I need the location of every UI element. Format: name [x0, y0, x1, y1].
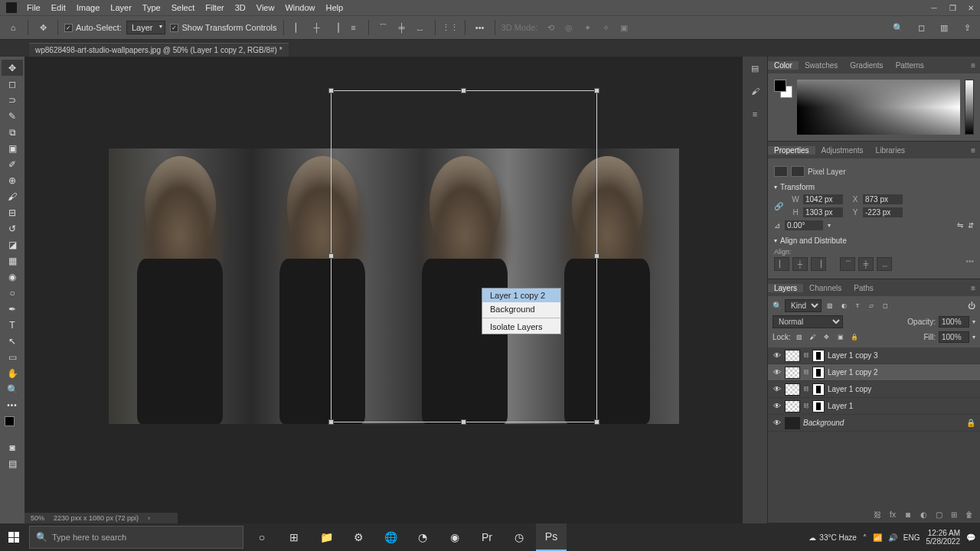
- photoshop-icon[interactable]: Ps: [536, 523, 567, 551]
- ctx-layer1copy2[interactable]: Layer 1 copy 2: [482, 289, 560, 302]
- show-transform-checkbox[interactable]: ✓ Show Transform Controls: [170, 23, 276, 32]
- layer-item[interactable]: 👁 ⛓ Layer 1 copy: [768, 381, 980, 398]
- history-brush-tool[interactable]: ↺: [2, 220, 23, 236]
- align-left-btn[interactable]: ▏: [774, 257, 789, 271]
- delete-layer-icon[interactable]: 🗑: [963, 509, 975, 520]
- screenmode-tool[interactable]: ▤: [2, 455, 23, 471]
- more-options-icon[interactable]: •••: [472, 19, 488, 36]
- language-icon[interactable]: ENG: [903, 533, 920, 542]
- weather-widget[interactable]: ☁ 33°C Haze: [808, 533, 856, 542]
- move-tool-icon[interactable]: ✥: [34, 19, 51, 36]
- type-tool[interactable]: T: [2, 317, 23, 333]
- filter-pixel-icon[interactable]: ▨: [825, 301, 835, 311]
- tab-patterns[interactable]: Patterns: [890, 61, 930, 70]
- layer-name[interactable]: Background: [803, 419, 963, 427]
- blend-mode-dropdown[interactable]: Normal: [773, 315, 843, 328]
- lock-pixels-icon[interactable]: 🖌: [808, 332, 818, 343]
- menu-file[interactable]: File: [21, 3, 46, 12]
- layer-item[interactable]: 👁 ⛓ Layer 1 copy 3: [768, 347, 980, 364]
- filter-smart-icon[interactable]: ◻: [880, 301, 890, 311]
- crop-tool[interactable]: ⧉: [2, 124, 23, 140]
- distribute-icon[interactable]: ⋮⋮: [442, 19, 459, 36]
- color-panel-menu-icon[interactable]: ≡: [966, 61, 980, 70]
- tab-swatches[interactable]: Swatches: [799, 61, 844, 70]
- link-layers-icon[interactable]: ⛓: [871, 509, 884, 520]
- new-layer-icon[interactable]: ⊞: [948, 509, 960, 520]
- chrome-icon[interactable]: 🌐: [375, 523, 406, 551]
- home-icon[interactable]: ⌂: [5, 19, 21, 36]
- visibility-icon[interactable]: 👁: [773, 419, 782, 427]
- auto-select-checkbox[interactable]: ✓ Auto-Select:: [64, 23, 122, 32]
- align-bottom-icon[interactable]: ⎵: [412, 19, 429, 36]
- tab-properties[interactable]: Properties: [768, 146, 815, 155]
- opacity-dropdown-icon[interactable]: ▾: [972, 318, 975, 325]
- tab-gradients[interactable]: Gradients: [844, 61, 889, 70]
- gradient-tool[interactable]: ▦: [2, 253, 23, 269]
- opacity-input[interactable]: [939, 316, 969, 328]
- filter-search-icon[interactable]: 🔍: [773, 302, 782, 310]
- flip-vertical-icon[interactable]: ⇵: [968, 221, 974, 230]
- align-bottom-btn[interactable]: ⎵: [877, 257, 892, 271]
- auto-select-dropdown[interactable]: Layer: [126, 21, 166, 34]
- tab-paths[interactable]: Paths: [848, 284, 880, 292]
- add-mask-icon[interactable]: ◙: [902, 509, 914, 520]
- app-icon-1[interactable]: ◔: [407, 523, 438, 551]
- explorer-icon[interactable]: 📁: [311, 523, 341, 551]
- group-icon[interactable]: ▢: [933, 509, 945, 520]
- canvas-area[interactable]: Layer 1 copy 2 Background Isolate Layers: [24, 57, 743, 523]
- workspace-icon[interactable]: ▥: [936, 19, 952, 36]
- doc-info[interactable]: 2230 pxx x 1080 px (72 ppi): [54, 514, 139, 522]
- align-top-icon[interactable]: ⎴: [375, 19, 392, 36]
- clock[interactable]: 12:26 AM 5/28/2022: [926, 529, 961, 546]
- brush-panel-icon[interactable]: 🖌: [746, 83, 763, 99]
- layer-item[interactable]: 👁 ⛓ Layer 1 copy 2: [768, 364, 980, 381]
- pen-tool[interactable]: ✒: [2, 301, 23, 317]
- window-restore-icon[interactable]: ❐: [943, 0, 962, 15]
- angle-input[interactable]: [785, 220, 823, 230]
- layer-mask-thumb[interactable]: [812, 367, 825, 379]
- move-tool[interactable]: ✥: [2, 60, 23, 76]
- transform-section-header[interactable]: Transform: [774, 183, 974, 191]
- filter-type-icon[interactable]: T: [852, 301, 863, 311]
- fill-input[interactable]: [939, 331, 969, 343]
- align-vcenter-btn[interactable]: ╪: [858, 257, 874, 271]
- menu-edit[interactable]: Edit: [46, 3, 71, 12]
- lock-artboard-icon[interactable]: ▣: [835, 332, 846, 343]
- healing-tool[interactable]: ⊕: [2, 172, 23, 188]
- menu-type[interactable]: Type: [137, 3, 166, 12]
- visibility-icon[interactable]: 👁: [773, 402, 782, 410]
- taskbar-search[interactable]: 🔍 Type here to search: [29, 526, 243, 549]
- align-section-header[interactable]: Align and Distribute: [774, 236, 974, 245]
- lasso-tool[interactable]: ⊃: [2, 92, 23, 108]
- height-input[interactable]: [803, 207, 843, 217]
- align-hcenter-icon[interactable]: ┼: [309, 19, 325, 36]
- mask-link-icon[interactable]: ⛓: [803, 352, 809, 359]
- color-picker-box[interactable]: [797, 80, 960, 135]
- tray-chevron-icon[interactable]: ˄: [863, 533, 867, 542]
- settings-icon[interactable]: ⚙: [343, 523, 374, 551]
- hand-tool[interactable]: ✋: [2, 365, 23, 381]
- menu-help[interactable]: Help: [321, 3, 349, 12]
- layer-name[interactable]: Layer 1 copy: [828, 385, 975, 393]
- document-tab[interactable]: wp8628498-art-studio-wallpapers.jpg @ 50…: [29, 43, 289, 57]
- zoom-tool[interactable]: 🔍: [2, 381, 23, 397]
- align-top-btn[interactable]: ⎴: [840, 257, 855, 271]
- tab-libraries[interactable]: Libraries: [870, 146, 911, 155]
- marquee-tool[interactable]: ◻: [2, 76, 23, 92]
- doc-info-arrow-icon[interactable]: ›: [148, 514, 150, 522]
- menu-window[interactable]: Window: [279, 3, 320, 12]
- angle-dropdown-icon[interactable]: ▾: [828, 222, 831, 229]
- wifi-icon[interactable]: 📶: [873, 533, 882, 542]
- zoom-level[interactable]: 50%: [31, 514, 44, 522]
- volume-icon[interactable]: 🔊: [888, 533, 897, 542]
- window-minimize-icon[interactable]: ─: [925, 0, 943, 15]
- menu-layer[interactable]: Layer: [105, 3, 137, 12]
- visibility-icon[interactable]: 👁: [773, 385, 782, 393]
- adjust-panel-icon[interactable]: ≡: [746, 106, 763, 122]
- ctx-background[interactable]: Background: [482, 302, 560, 316]
- stamp-tool[interactable]: ⊟: [2, 204, 23, 220]
- layer-item[interactable]: 👁 ⛓ Layer 1: [768, 398, 980, 415]
- lock-position-icon[interactable]: ✥: [822, 332, 832, 343]
- fill-dropdown-icon[interactable]: ▾: [972, 334, 975, 341]
- taskview-icon[interactable]: ⊞: [279, 523, 309, 551]
